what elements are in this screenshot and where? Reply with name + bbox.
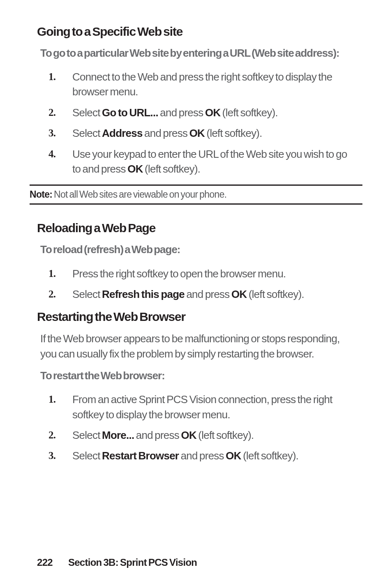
list-item: From an active Sprint PCS Vision connect…: [48, 392, 355, 422]
list-item: Select More... and press OK (left softke…: [48, 428, 355, 443]
list-item: Select Go to URL... and press OK (left s…: [48, 105, 355, 120]
section3-list: From an active Sprint PCS Vision connect…: [37, 392, 355, 463]
page-footer: 222Section 3B: Sprint PCS Vision: [37, 557, 197, 568]
list-item: Select Restart Browser and press OK (lef…: [48, 448, 355, 463]
section3-body: If the Web browser appears to be malfunc…: [37, 331, 355, 361]
section1-heading: Going to a Specific Web site: [37, 25, 355, 39]
list-item: Select Refresh this page and press OK (l…: [48, 287, 355, 302]
list-item: Press the right softkey to open the brow…: [48, 266, 355, 281]
section2-list: Press the right softkey to open the brow…: [37, 266, 355, 302]
list-item: Connect to the Web and press the right s…: [48, 69, 355, 99]
page-number: 222: [37, 557, 53, 568]
list-item: Select Address and press OK (left softke…: [48, 126, 355, 141]
footer-section: Section 3B: Sprint PCS Vision: [68, 557, 197, 568]
section2-intro: To reload (refresh) a Web page:: [37, 242, 355, 257]
section3-heading: Restarting the Web Browser: [37, 310, 355, 324]
note-box: Note: Not all Web sites are viewable on …: [30, 184, 362, 205]
list-item: Use your keypad to enter the URL of the …: [48, 147, 355, 177]
section1-intro: To go to a particular Web site by enteri…: [37, 46, 355, 60]
section2-heading: Reloading a Web Page: [37, 221, 355, 235]
section3-intro: To restart the Web browser:: [37, 369, 355, 383]
section1-list: Connect to the Web and press the right s…: [37, 69, 355, 176]
note-text: Note: Not all Web sites are viewable on …: [30, 189, 362, 200]
